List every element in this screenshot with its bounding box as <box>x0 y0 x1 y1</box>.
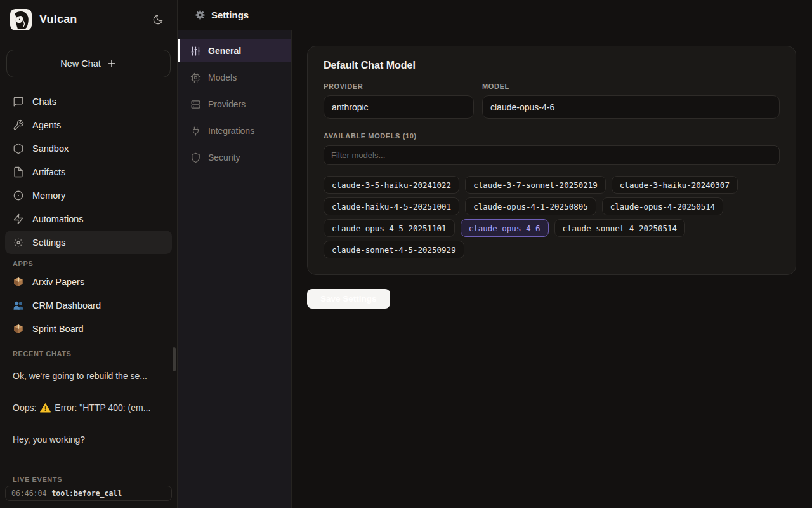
memory-icon <box>13 190 24 201</box>
model-chip[interactable]: claude-sonnet-4-20250514 <box>554 219 686 237</box>
app-item-label: Sprint Board <box>32 324 84 334</box>
model-chip[interactable]: claude-haiku-4-5-20251001 <box>324 197 459 215</box>
sidebar-item-label: Memory <box>32 190 65 201</box>
save-settings-button[interactable]: Save Settings <box>307 289 390 309</box>
sidebar-item-artifacts[interactable]: Artifacts <box>5 160 172 184</box>
warning-icon <box>40 403 51 413</box>
live-events-section: LIVE EVENTS 06:46:04 tool:before_call <box>0 469 177 508</box>
tab-label: Models <box>208 72 237 83</box>
recent-chat-text: Ok, we're going to rebuild the se... <box>13 371 147 381</box>
sidebar-item-label: Sandbox <box>32 144 69 154</box>
package-icon <box>13 323 24 335</box>
recent-chat-item[interactable]: Ok, we're going to rebuild the se... <box>0 360 177 392</box>
recent-chat-text: Error: "HTTP 400: (em... <box>55 403 150 413</box>
recent-chats-list: Ok, we're going to rebuild the se... Oop… <box>0 360 177 455</box>
sliders-icon <box>190 46 201 57</box>
filter-models-input[interactable] <box>324 145 780 165</box>
agents-icon <box>13 119 24 131</box>
recent-chat-text: Oops: <box>13 403 36 413</box>
app-item-label: CRM Dashboard <box>32 300 101 311</box>
model-chip[interactable]: claude-3-5-haiku-20241022 <box>324 176 459 194</box>
live-event-name: tool:before_call <box>51 489 122 498</box>
tab-security[interactable]: Security <box>178 146 291 169</box>
tab-integrations[interactable]: Integrations <box>178 119 291 142</box>
sidebar-item-label: Chats <box>32 97 56 107</box>
app-item-crm-dashboard[interactable]: CRM Dashboard <box>5 293 172 317</box>
gear-icon <box>195 10 206 20</box>
app-logo <box>10 9 32 30</box>
model-label: MODEL <box>482 83 780 90</box>
moon-icon <box>152 14 164 25</box>
available-models-label: AVAILABLE MODELS (10) <box>324 132 780 140</box>
model-chip[interactable]: claude-opus-4-5-20251101 <box>324 219 455 237</box>
sidebar-item-chats[interactable]: Chats <box>5 90 172 113</box>
tab-label: General <box>208 46 241 56</box>
page-header: Settings <box>178 0 812 30</box>
sidebar-scrollbar-thumb[interactable] <box>173 347 176 371</box>
model-chip[interactable]: claude-sonnet-4-5-20250929 <box>324 241 464 258</box>
tab-models[interactable]: Models <box>178 66 291 89</box>
sidebar-item-settings[interactable]: Settings <box>5 231 172 254</box>
live-events-header: LIVE EVENTS <box>13 476 164 483</box>
settings-icon <box>13 237 24 248</box>
apps-list: Arxiv Papers CRM Dashboard Sprint Boar <box>0 270 177 340</box>
model-chip[interactable]: claude-opus-4-20250514 <box>602 197 724 215</box>
users-icon <box>13 300 24 311</box>
app-item-arxiv-papers[interactable]: Arxiv Papers <box>5 270 172 293</box>
card-title: Default Chat Model <box>324 60 780 71</box>
tab-general[interactable]: General <box>178 39 291 62</box>
automations-icon <box>13 213 24 225</box>
server-icon <box>190 99 201 110</box>
package-icon <box>13 276 24 288</box>
model-chip[interactable]: claude-3-7-sonnet-20250219 <box>465 176 606 194</box>
model-chip[interactable]: claude-opus-4-1-20250805 <box>465 197 596 215</box>
default-chat-model-card: Default Chat Model PROVIDER MODEL AVAILA… <box>307 46 796 275</box>
sidebar: Vulcan New Chat Chats Agents <box>0 0 178 508</box>
sandbox-icon <box>13 143 24 154</box>
app-title: Vulcan <box>39 13 77 26</box>
sidebar-item-label: Artifacts <box>32 167 65 177</box>
plug-icon <box>190 126 201 137</box>
new-chat-button[interactable]: New Chat <box>6 50 171 77</box>
model-chips: claude-3-5-haiku-20241022claude-3-7-sonn… <box>324 176 780 258</box>
live-event-time: 06:46:04 <box>11 489 46 498</box>
sidebar-item-agents[interactable]: Agents <box>5 113 172 137</box>
sidebar-header: Vulcan <box>0 0 177 39</box>
recent-chat-item[interactable]: Hey, you working? <box>0 424 177 455</box>
sidebar-item-sandbox[interactable]: Sandbox <box>5 137 172 160</box>
sidebar-nav: Chats Agents Sandbox Artifacts Memory <box>0 90 177 254</box>
app-item-sprint-board[interactable]: Sprint Board <box>5 317 172 340</box>
artifacts-icon <box>13 166 24 178</box>
chats-icon <box>13 96 24 107</box>
model-input[interactable] <box>482 95 780 119</box>
app-item-label: Arxiv Papers <box>32 277 84 287</box>
shield-icon <box>190 152 201 163</box>
theme-toggle-button[interactable] <box>149 11 167 29</box>
provider-input[interactable] <box>324 95 474 119</box>
settings-nav: General Models Providers <box>178 30 292 508</box>
sidebar-item-label: Automations <box>32 214 84 224</box>
settings-content: Default Chat Model PROVIDER MODEL AVAILA… <box>292 30 812 508</box>
model-chip[interactable]: claude-3-haiku-20240307 <box>612 176 738 194</box>
recent-chats-header: RECENT CHATS <box>13 350 164 358</box>
page-title: Settings <box>211 10 249 20</box>
recent-chat-text: Hey, you working? <box>13 434 85 444</box>
cpu-icon <box>190 72 201 83</box>
model-chip[interactable]: claude-opus-4-6 <box>461 219 549 237</box>
recent-chat-item[interactable]: Oops: Error: "HTTP 400: (em... <box>0 392 177 424</box>
provider-label: PROVIDER <box>324 83 474 90</box>
sidebar-item-memory[interactable]: Memory <box>5 184 172 207</box>
tab-label: Security <box>208 152 240 163</box>
live-event-log: 06:46:04 tool:before_call <box>5 486 172 501</box>
sidebar-item-label: Settings <box>32 237 65 248</box>
sidebar-item-label: Agents <box>32 120 61 130</box>
main-area: Settings General Models <box>178 0 812 508</box>
tab-label: Providers <box>208 99 246 109</box>
plus-icon <box>107 58 117 69</box>
new-chat-label: New Chat <box>60 58 101 69</box>
apps-header: APPS <box>13 260 164 267</box>
tab-label: Integrations <box>208 126 254 136</box>
sidebar-item-automations[interactable]: Automations <box>5 207 172 231</box>
tab-providers[interactable]: Providers <box>178 93 291 116</box>
